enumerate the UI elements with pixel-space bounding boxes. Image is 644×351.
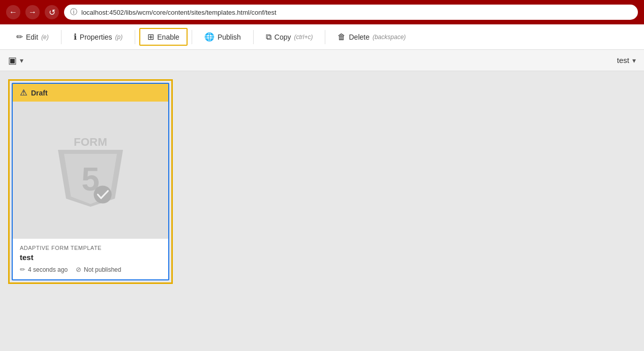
card-time: ✏ 4 seconds ago bbox=[20, 266, 68, 273]
divider-5 bbox=[325, 30, 325, 44]
forward-button[interactable]: → bbox=[25, 5, 40, 19]
folder-label-container: test ▾ bbox=[617, 56, 636, 65]
grid-view-icon[interactable]: ▣ bbox=[8, 55, 17, 66]
svg-point-4 bbox=[94, 185, 111, 203]
divider-4 bbox=[253, 30, 254, 44]
draft-label: Draft bbox=[31, 89, 48, 97]
divider-3 bbox=[192, 30, 192, 44]
properties-button[interactable]: ℹ Properties (p) bbox=[66, 28, 131, 46]
unpublish-icon: ⊘ bbox=[76, 266, 81, 273]
info-icon: ⓘ bbox=[70, 8, 77, 17]
template-card[interactable]: ⚠ Draft FORM 5 bbox=[12, 83, 169, 280]
reload-button[interactable]: ↺ bbox=[45, 5, 59, 19]
edit-shortcut: (e) bbox=[41, 34, 49, 41]
properties-icon: ℹ bbox=[74, 32, 77, 42]
copy-icon: ⧉ bbox=[266, 33, 271, 42]
publish-button[interactable]: 🌐 Publish bbox=[196, 28, 249, 46]
card-thumbnail: FORM 5 bbox=[13, 102, 168, 239]
divider-1 bbox=[61, 30, 62, 44]
copy-shortcut: (ctrl+c) bbox=[294, 34, 313, 41]
card-meta: ✏ 4 seconds ago ⊘ Not published bbox=[20, 266, 161, 273]
edit-icon: ✏ bbox=[16, 32, 23, 42]
divider-2 bbox=[135, 30, 135, 44]
url-text: localhost:4502/libs/wcm/core/content/sit… bbox=[81, 9, 277, 16]
folder-chevron[interactable]: ▾ bbox=[632, 56, 636, 65]
back-button[interactable]: ← bbox=[6, 5, 20, 19]
card-title: test bbox=[20, 253, 161, 262]
delete-icon: 🗑 bbox=[338, 33, 346, 42]
enable-label: Enable bbox=[157, 33, 179, 41]
time-ago: 4 seconds ago bbox=[28, 266, 68, 273]
svg-text:FORM: FORM bbox=[74, 136, 107, 148]
main-content: ⚠ Draft FORM 5 bbox=[0, 71, 644, 351]
html5-icon: FORM 5 bbox=[50, 124, 131, 216]
card-publish-status: ⊘ Not published bbox=[76, 266, 121, 273]
delete-label: Delete bbox=[349, 33, 369, 41]
toolbar: ✏ Edit (e) ℹ Properties (p) ⊞ Enable 🌐 P… bbox=[0, 24, 644, 50]
properties-label: Properties bbox=[80, 33, 112, 41]
draft-banner: ⚠ Draft bbox=[13, 84, 168, 102]
card-info: ADAPTIVE FORM TEMPLATE test ✏ 4 seconds … bbox=[13, 239, 168, 279]
copy-button[interactable]: ⧉ Copy (ctrl+c) bbox=[258, 28, 321, 46]
address-bar[interactable]: ⓘ localhost:4502/libs/wcm/core/content/s… bbox=[64, 5, 638, 20]
pencil-icon: ✏ bbox=[20, 266, 25, 273]
copy-label: Copy bbox=[274, 33, 291, 41]
delete-shortcut: (backspace) bbox=[373, 34, 406, 41]
enable-icon: ⊞ bbox=[147, 32, 154, 42]
properties-shortcut: (p) bbox=[115, 34, 123, 41]
subbar: ▣ ▾ test ▾ bbox=[0, 50, 644, 71]
browser-chrome: ← → ↺ ⓘ localhost:4502/libs/wcm/core/con… bbox=[0, 0, 644, 24]
publish-label: Publish bbox=[218, 33, 241, 41]
subbar-left: ▣ ▾ bbox=[8, 55, 23, 66]
warning-icon: ⚠ bbox=[20, 88, 27, 98]
folder-name: test bbox=[617, 56, 629, 65]
card-type: ADAPTIVE FORM TEMPLATE bbox=[20, 245, 161, 251]
publish-status-text: Not published bbox=[84, 266, 121, 273]
delete-button[interactable]: 🗑 Delete (backspace) bbox=[329, 28, 414, 46]
view-chevron[interactable]: ▾ bbox=[20, 56, 23, 65]
edit-button[interactable]: ✏ Edit (e) bbox=[8, 28, 57, 46]
publish-icon: 🌐 bbox=[204, 32, 214, 42]
edit-label: Edit bbox=[26, 33, 38, 41]
enable-button[interactable]: ⊞ Enable bbox=[139, 28, 188, 46]
card-selected-border[interactable]: ⚠ Draft FORM 5 bbox=[8, 79, 173, 284]
